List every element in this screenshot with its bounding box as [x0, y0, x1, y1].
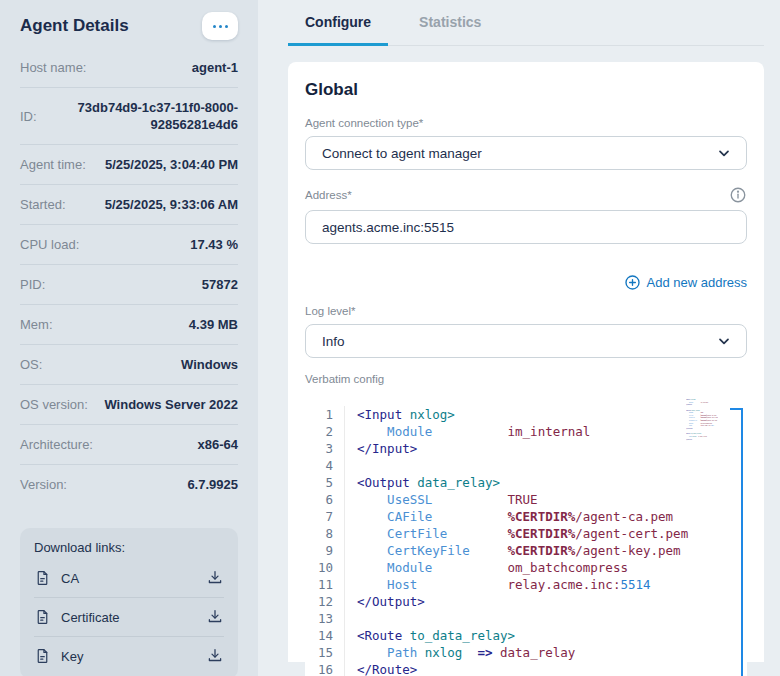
- line-number: 2: [305, 423, 345, 440]
- configure-card: Global Agent connection type* Connect to…: [288, 62, 764, 662]
- row-value: 17.43 %: [190, 236, 238, 253]
- chevron-down-icon: [716, 333, 732, 349]
- row-value: 57872: [202, 276, 238, 293]
- line-number: 8: [305, 525, 345, 542]
- line-number: 16: [305, 661, 345, 676]
- row-value: 73db74d9-1c37-11f0-8000-92856281e4d6: [70, 99, 238, 133]
- add-new-address-button[interactable]: Add new address: [305, 272, 747, 292]
- verbatim-config-label: Verbatim config: [305, 372, 747, 386]
- address-input[interactable]: agents.acme.inc:5515: [305, 210, 747, 244]
- sidebar-row: PID:57872: [20, 265, 238, 305]
- code-line: 10 Module om_batchcompress: [305, 559, 747, 576]
- download-item-label: Certificate: [61, 610, 120, 625]
- sidebar-titlebar: Agent Details: [20, 0, 238, 48]
- log-level-label: Log level*: [305, 304, 747, 318]
- code-lines: 1<Input nxlog>2 Module im_internal3</Inp…: [305, 406, 747, 676]
- code-line: 15 Path nxlog => data_relay: [305, 644, 747, 661]
- code-line: 12</Output>: [305, 593, 747, 610]
- line-number: 14: [305, 627, 345, 644]
- row-label: Version:: [20, 477, 67, 492]
- sidebar-row: Version:6.7.9925: [20, 465, 238, 504]
- code-line: 13: [305, 610, 747, 627]
- sidebar-row: Agent time:5/25/2025, 3:04:40 PM: [20, 145, 238, 185]
- code-line: 8 CertFile %CERTDIR%/agent-cert.pem: [305, 525, 747, 542]
- row-value: 5/25/2025, 9:33:06 AM: [105, 196, 238, 213]
- row-value: 5/25/2025, 3:04:40 PM: [105, 156, 238, 173]
- info-icon[interactable]: [729, 186, 747, 204]
- agent-details-sidebar: Agent Details Host name:agent-1ID:73db74…: [0, 0, 258, 676]
- sidebar-row: CPU load:17.43 %: [20, 225, 238, 265]
- tab-configure[interactable]: Configure: [288, 0, 388, 45]
- main-panel: ConfigureStatistics Global Agent connect…: [258, 0, 780, 676]
- download-item-certificate[interactable]: Certificate: [34, 598, 224, 637]
- download-links-title: Download links:: [34, 540, 224, 559]
- sidebar-title: Agent Details: [20, 16, 129, 36]
- file-icon: [34, 569, 51, 587]
- line-number: 4: [305, 457, 345, 474]
- kebab-menu-icon: [213, 25, 216, 28]
- download-icon[interactable]: [206, 569, 224, 587]
- section-title-global: Global: [305, 80, 747, 100]
- row-label: OS version:: [20, 397, 88, 412]
- address-label-row: Address*: [305, 186, 747, 204]
- download-item-label: Key: [61, 649, 83, 664]
- code-line: 2 Module im_internal: [305, 423, 747, 440]
- editor-scrollbar[interactable]: [741, 408, 743, 676]
- row-value: x86-64: [198, 436, 238, 453]
- chevron-down-icon: [716, 145, 732, 161]
- sidebar-row: Mem:4.39 MB: [20, 305, 238, 345]
- line-number: 11: [305, 576, 345, 593]
- download-links-box: Download links: CACertificateKey: [20, 528, 238, 676]
- file-icon: [34, 608, 51, 626]
- tab-statistics[interactable]: Statistics: [402, 0, 498, 45]
- more-options-button[interactable]: [202, 12, 238, 40]
- log-level-value: Info: [322, 334, 345, 349]
- download-item-label: CA: [61, 571, 79, 586]
- code-line: 16</Route>: [305, 661, 747, 676]
- row-value: Windows: [181, 356, 238, 373]
- code-line: 9 CertKeyFile %CERTDIR%/agent-key.pem: [305, 542, 747, 559]
- row-label: ID:: [20, 109, 37, 124]
- address-value: agents.acme.inc:5515: [322, 220, 454, 235]
- line-number: 9: [305, 542, 345, 559]
- editor-minimap[interactable]: <Input nxlog> Module im_internal</Input>…: [685, 398, 727, 450]
- row-label: OS:: [20, 357, 42, 372]
- file-icon: [34, 647, 51, 665]
- download-item-ca[interactable]: CA: [34, 559, 224, 598]
- download-icon[interactable]: [206, 608, 224, 626]
- row-label: Host name:: [20, 60, 86, 75]
- code-line: </Route>: [685, 438, 727, 441]
- code-line: 14<Route to_data_relay>: [305, 627, 747, 644]
- code-line: 11 Host relay.acme.inc:5514: [305, 576, 747, 593]
- row-label: Architecture:: [20, 437, 93, 452]
- line-number: 1: [305, 406, 345, 423]
- row-value: agent-1: [192, 59, 238, 76]
- line-number: 5: [305, 474, 345, 491]
- line-number: 10: [305, 559, 345, 576]
- sidebar-rows: Host name:agent-1ID:73db74d9-1c37-11f0-8…: [20, 48, 238, 504]
- sidebar-row: ID:73db74d9-1c37-11f0-8000-92856281e4d6: [20, 88, 238, 145]
- connection-type-select[interactable]: Connect to agent manager: [305, 136, 747, 170]
- download-item-key[interactable]: Key: [34, 637, 224, 675]
- code-line: 4: [305, 457, 747, 474]
- verbatim-config-editor[interactable]: 1<Input nxlog>2 Module im_internal3</Inp…: [305, 394, 747, 676]
- row-value: Windows Server 2022: [104, 396, 238, 413]
- line-number: 3: [305, 440, 345, 457]
- row-label: Agent time:: [20, 157, 86, 172]
- row-label: PID:: [20, 277, 45, 292]
- sidebar-row: Started:5/25/2025, 9:33:06 AM: [20, 185, 238, 225]
- add-new-address-label: Add new address: [647, 275, 747, 290]
- sidebar-row: Architecture:x86-64: [20, 425, 238, 465]
- connection-type-label: Agent connection type*: [305, 116, 747, 130]
- code-line: 5<Output data_relay>: [305, 474, 747, 491]
- code-line: 6 UseSSL TRUE: [305, 491, 747, 508]
- code-line: 7 CAFile %CERTDIR%/agent-ca.pem: [305, 508, 747, 525]
- line-number: 13: [305, 610, 345, 627]
- sidebar-row: Host name:agent-1: [20, 48, 238, 88]
- log-level-select[interactable]: Info: [305, 324, 747, 358]
- row-label: CPU load:: [20, 237, 79, 252]
- line-number: 6: [305, 491, 345, 508]
- download-icon[interactable]: [206, 647, 224, 665]
- minimap-code: <Input nxlog> Module im_internal</Input>…: [685, 398, 727, 440]
- address-label: Address*: [305, 188, 352, 202]
